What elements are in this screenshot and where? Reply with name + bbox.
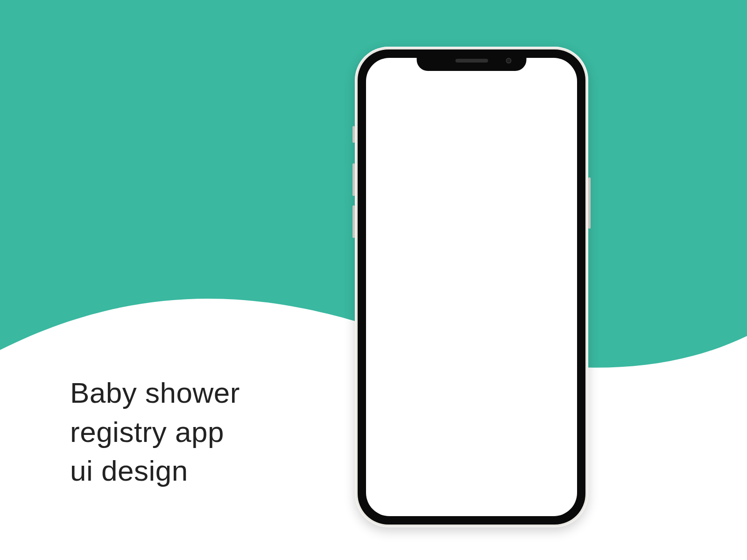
slide-title: Baby shower registry app ui design	[70, 373, 240, 490]
promo-slide: Baby shower registry app ui design	[0, 0, 747, 560]
camera-icon	[506, 58, 512, 63]
speaker-icon	[455, 59, 488, 63]
title-line-2: registry app	[70, 413, 240, 452]
phone-screen	[366, 58, 577, 516]
title-line-3: ui design	[70, 451, 240, 490]
phone-notch	[417, 49, 527, 71]
phone-mockup	[355, 47, 588, 527]
title-line-1: Baby shower	[70, 373, 240, 413]
phone-power-button	[588, 177, 591, 229]
